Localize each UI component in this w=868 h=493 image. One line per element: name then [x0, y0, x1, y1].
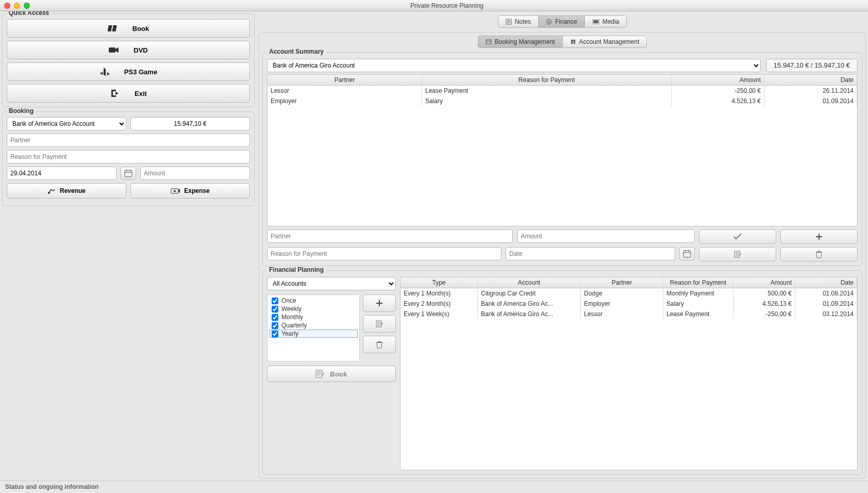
revenue-button[interactable]: Revenue: [7, 183, 126, 199]
quick-exit-button[interactable]: Exit: [7, 84, 250, 103]
summary-date-input[interactable]: [506, 247, 675, 260]
expense-label: Expense: [184, 187, 209, 194]
tab-notes-label: Notes: [515, 18, 531, 25]
quick-dvd-button[interactable]: DVD: [7, 41, 250, 59]
freq-once[interactable]: Once: [270, 297, 357, 304]
planning-edit-button[interactable]: [363, 315, 396, 333]
plan-col-type[interactable]: Type: [400, 277, 478, 288]
freq-monthly[interactable]: Monthly: [270, 314, 357, 321]
calendar-icon: [124, 169, 132, 177]
summary-edit-button[interactable]: [699, 247, 776, 261]
plan-col-partner[interactable]: Partner: [581, 277, 663, 288]
summary-col-partner[interactable]: Partner: [268, 75, 422, 85]
planning-table[interactable]: Type Account Partner Reason for Payment …: [400, 277, 858, 470]
planning-delete-button[interactable]: [363, 336, 396, 353]
planning-account-filter[interactable]: All Accounts: [267, 277, 396, 290]
plan-col-reason[interactable]: Reason for Payment: [663, 277, 733, 288]
booking-title: Booking: [7, 107, 36, 114]
revenue-icon: [47, 187, 56, 194]
camera-icon: [109, 46, 119, 54]
summary-date-picker-button[interactable]: [679, 247, 695, 260]
planning-book-label: Book: [330, 370, 347, 378]
summary-amount-input[interactable]: [517, 229, 695, 243]
summary-col-amount[interactable]: Amount: [672, 75, 764, 85]
quick-book-button[interactable]: Book: [7, 19, 250, 38]
table-row[interactable]: Employer Salary 4.526,13 € 01.09.2014: [268, 96, 857, 106]
trash-icon: [815, 250, 823, 258]
freq-weekly[interactable]: Weekly: [270, 305, 357, 313]
book-icon: [108, 24, 118, 32]
titlebar: Private Resource Planning: [0, 0, 868, 11]
window-zoom-button[interactable]: [24, 3, 30, 9]
playstation-icon: [99, 68, 110, 76]
tab-booking-management[interactable]: Booking Management: [478, 36, 563, 48]
summary-balance-display: 15.947,10 € / 15.947,10 €: [766, 59, 858, 72]
check-icon: [733, 233, 742, 240]
finance-sub-tabs: Booking Management $ Account Management: [262, 36, 862, 48]
svg-point-2: [48, 192, 50, 194]
summary-table[interactable]: Partner Reason for Payment Amount Date L…: [267, 74, 858, 226]
plus-icon: [815, 233, 823, 241]
booking-amount-input[interactable]: [140, 167, 250, 180]
summary-account-select[interactable]: Bank of America Giro Account: [267, 59, 761, 72]
svg-rect-0: [109, 47, 115, 53]
window-minimize-button[interactable]: [14, 3, 20, 9]
booking-date-input[interactable]: [7, 167, 116, 180]
planning-book-button[interactable]: Book: [267, 366, 396, 382]
quick-ps3-button[interactable]: PS3 Game: [7, 62, 250, 81]
quick-book-label: Book: [132, 25, 149, 32]
summary-col-reason[interactable]: Reason for Payment: [422, 75, 672, 85]
svg-text:$: $: [572, 40, 574, 44]
svg-point-4: [174, 190, 176, 192]
summary-reason-input[interactable]: [267, 247, 502, 260]
summary-partner-input[interactable]: [267, 229, 513, 243]
table-row[interactable]: Lessor Lease Payment -250,00 € 26.11.201…: [268, 86, 857, 96]
summary-col-date[interactable]: Date: [764, 75, 857, 85]
edit-icon: [375, 320, 383, 328]
freq-quarterly[interactable]: Quarterly: [270, 322, 357, 329]
summary-add-button[interactable]: [780, 229, 858, 244]
tab-account-mgmt-label: Account Management: [579, 38, 640, 45]
quick-access-group: Quick Access Book DVD: [2, 13, 255, 107]
quick-exit-label: Exit: [135, 90, 147, 97]
tab-notes[interactable]: Notes: [498, 15, 539, 28]
tab-account-management[interactable]: $ Account Management: [563, 36, 647, 48]
trash-icon: [376, 340, 383, 349]
svg-rect-1: [125, 170, 132, 177]
table-row[interactable]: Every 1 Week(s) Bank of America Giro Ac.…: [400, 309, 857, 319]
planning-title: Financial Planning: [267, 266, 326, 273]
summary-confirm-button[interactable]: [699, 229, 776, 244]
booking-group: Booking Bank of America Giro Account: [2, 111, 255, 206]
table-row[interactable]: Every 1 Month(s) Citigroup Car Credit Do…: [400, 288, 857, 299]
plus-icon: [375, 299, 383, 307]
revenue-label: Revenue: [60, 187, 86, 194]
summary-title: Account Summary: [267, 48, 326, 55]
notes-icon: [506, 19, 512, 25]
tab-media-label: Media: [603, 18, 620, 25]
svg-text:$: $: [548, 20, 550, 24]
plan-col-amount[interactable]: Amount: [733, 277, 795, 288]
booking-reason-input[interactable]: [7, 150, 250, 163]
booking-date-picker-button[interactable]: [121, 167, 136, 180]
svg-rect-13: [683, 251, 691, 257]
account-summary-section: Account Summary Bank of America Giro Acc…: [262, 52, 862, 266]
expense-button[interactable]: Expense: [130, 183, 250, 199]
booking-account-select[interactable]: Bank of America Giro Account: [7, 117, 126, 130]
planning-add-button[interactable]: [363, 294, 396, 312]
tab-media[interactable]: Media: [585, 15, 627, 28]
finance-icon: $: [546, 19, 552, 25]
svg-rect-9: [593, 20, 598, 23]
freq-yearly[interactable]: Yearly: [270, 330, 357, 337]
table-row[interactable]: Every 2 Month(s) Bank of America Giro Ac…: [400, 299, 857, 309]
tab-finance-label: Finance: [555, 18, 577, 25]
window-close-button[interactable]: [4, 3, 10, 9]
booking-mgmt-icon: [486, 39, 492, 45]
summary-delete-button[interactable]: [780, 247, 858, 261]
quick-access-title: Quick Access: [7, 11, 51, 17]
booking-partner-input[interactable]: [7, 134, 250, 147]
plan-col-date[interactable]: Date: [795, 277, 857, 288]
svg-rect-10: [486, 40, 491, 44]
status-bar: Status and ongoing information: [0, 481, 868, 493]
tab-finance[interactable]: $ Finance: [539, 15, 585, 28]
plan-col-account[interactable]: Account: [478, 277, 581, 288]
